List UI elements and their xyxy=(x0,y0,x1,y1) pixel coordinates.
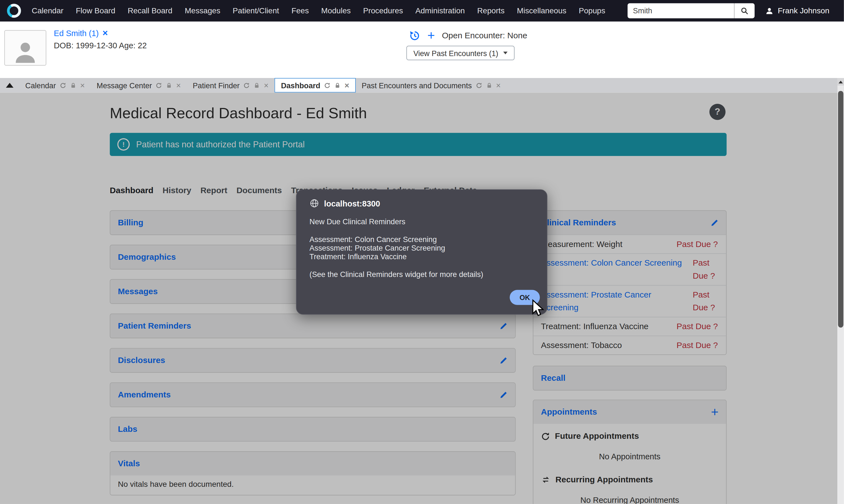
refresh-icon[interactable] xyxy=(475,82,482,89)
dialog-note: (See the Clinical Reminders widget for m… xyxy=(310,270,534,278)
nav-item-calendar[interactable]: Calendar xyxy=(32,6,63,15)
user-icon xyxy=(766,7,773,15)
close-icon[interactable]: × xyxy=(345,82,349,89)
tab-label: Patient Finder xyxy=(193,81,240,90)
nav-item-fees[interactable]: Fees xyxy=(292,6,309,15)
nav-item-modules[interactable]: Modules xyxy=(321,6,351,15)
lock-icon[interactable] xyxy=(334,82,341,89)
mouse-cursor xyxy=(532,299,546,318)
refresh-icon[interactable] xyxy=(243,82,250,89)
scrollbar[interactable] xyxy=(838,78,844,504)
dialog-reminder-item: Assessment: Colon Cancer Screening xyxy=(310,235,534,244)
patient-name-link[interactable]: Ed Smith (1) xyxy=(54,29,99,38)
scrollbar-thumb[interactable] xyxy=(838,91,843,328)
tab-past-encounters[interactable]: Past Encounters and Documents × xyxy=(356,78,507,92)
view-past-encounters-button[interactable]: View Past Encounters (1) xyxy=(406,46,514,60)
close-icon[interactable]: × xyxy=(496,82,501,89)
avatar-person-icon xyxy=(12,38,39,65)
view-past-encounters-label: View Past Encounters (1) xyxy=(413,49,498,57)
nav-item-administration[interactable]: Administration xyxy=(416,6,465,15)
nav-item-procedures[interactable]: Procedures xyxy=(363,6,403,15)
close-icon[interactable]: × xyxy=(80,82,85,89)
nav-item-reports[interactable]: Reports xyxy=(477,6,504,15)
lock-icon[interactable] xyxy=(70,82,76,89)
tab-label: Calendar xyxy=(25,81,56,90)
encounter-history-icon[interactable] xyxy=(409,30,421,41)
lock-icon[interactable] xyxy=(166,82,173,89)
patient-header: Ed Smith (1) × DOB: 1999-12-30 Age: 22 +… xyxy=(0,22,844,78)
refresh-icon[interactable] xyxy=(60,82,66,89)
nav-item-recall-board[interactable]: Recall Board xyxy=(128,6,173,15)
patient-dob: DOB: 1999-12-30 Age: 22 xyxy=(54,41,147,50)
patient-avatar xyxy=(4,30,47,66)
tab-calendar[interactable]: Calendar × xyxy=(19,78,91,92)
search-icon xyxy=(741,7,749,15)
patient-search xyxy=(628,3,755,18)
lock-icon[interactable] xyxy=(253,82,260,89)
chevron-down-icon xyxy=(503,52,507,54)
scrollbar-up-icon[interactable] xyxy=(838,78,844,86)
openemr-logo-icon[interactable] xyxy=(7,4,21,18)
tab-patient-finder[interactable]: Patient Finder × xyxy=(187,78,275,92)
dialog-reminder-item: Treatment: Influenza Vaccine xyxy=(310,252,534,261)
tab-dashboard[interactable]: Dashboard × xyxy=(275,78,355,92)
close-icon[interactable]: × xyxy=(264,82,268,89)
lock-icon[interactable] xyxy=(486,82,492,89)
dialog-origin: localhost:8300 xyxy=(324,199,380,208)
user-menu[interactable]: Frank Johnson xyxy=(766,0,829,22)
app-window: Calendar Flow Board Recall Board Message… xyxy=(0,0,844,504)
new-encounter-icon[interactable]: + xyxy=(427,30,435,42)
nav-item-patient-client[interactable]: Patient/Client xyxy=(233,6,279,15)
tab-label: Dashboard xyxy=(281,81,320,90)
tab-message-center[interactable]: Message Center × xyxy=(91,78,187,92)
nav-item-messages[interactable]: Messages xyxy=(185,6,220,15)
refresh-icon[interactable] xyxy=(324,82,331,89)
top-navbar: Calendar Flow Board Recall Board Message… xyxy=(0,0,844,22)
workspace-tab-bar: Calendar × Message Center × Patient Find… xyxy=(0,78,844,92)
search-input[interactable] xyxy=(628,3,734,18)
close-icon[interactable]: × xyxy=(176,82,181,89)
collapse-tabs-icon[interactable] xyxy=(6,83,13,87)
refresh-icon[interactable] xyxy=(156,82,162,89)
nav-item-miscellaneous[interactable]: Miscellaneous xyxy=(517,6,566,15)
patient-close-icon[interactable]: × xyxy=(103,29,108,37)
tab-label: Message Center xyxy=(96,81,152,90)
search-button[interactable] xyxy=(734,3,755,18)
browser-alert-dialog: localhost:8300 New Due Clinical Reminder… xyxy=(296,189,547,315)
globe-icon xyxy=(310,198,319,208)
dialog-reminder-list: Assessment: Colon Cancer Screening Asses… xyxy=(310,235,534,261)
main-menu: Calendar Flow Board Recall Board Message… xyxy=(32,6,605,15)
dialog-reminder-item: Assessment: Prostate Cancer Screening xyxy=(310,244,534,252)
nav-item-popups[interactable]: Popups xyxy=(579,6,605,15)
tab-label: Past Encounters and Documents xyxy=(362,81,472,90)
nav-item-flow-board[interactable]: Flow Board xyxy=(76,6,115,15)
open-encounter-label: Open Encounter: None xyxy=(442,31,527,40)
user-name: Frank Johnson xyxy=(778,6,829,15)
dialog-heading: New Due Clinical Reminders xyxy=(310,217,534,226)
